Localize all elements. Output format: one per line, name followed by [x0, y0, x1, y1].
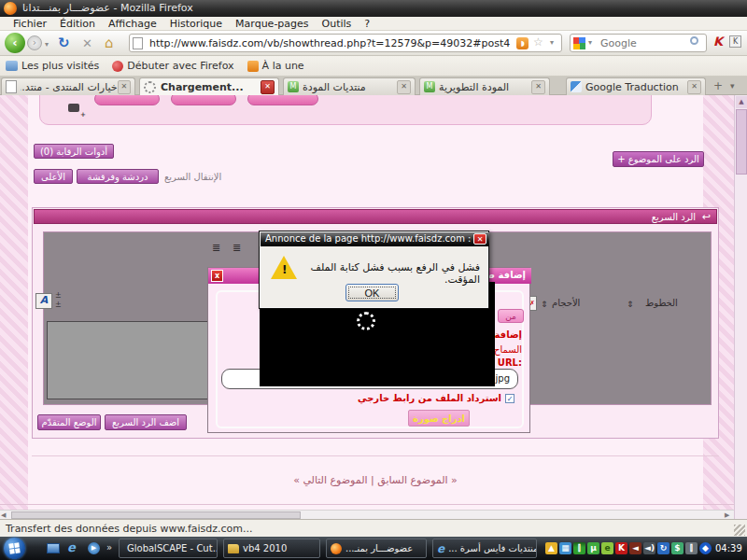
stop-button[interactable]: ✕: [82, 36, 92, 50]
tab-close-icon[interactable]: ✕: [397, 80, 411, 94]
sizes-dropdown[interactable]: الأحجام: [552, 298, 580, 308]
menu-aide[interactable]: ?: [364, 18, 370, 30]
sizes-spinner-icon[interactable]: ⇕: [541, 300, 548, 309]
bookmark-star-icon[interactable]: ☆: [533, 35, 543, 49]
forward-button[interactable]: ›: [27, 35, 42, 50]
tray-kaspersky-icon[interactable]: K: [615, 542, 627, 554]
task-label: vb4 2010: [243, 543, 287, 553]
bookmark-most-visited[interactable]: Les plus visités: [21, 60, 99, 72]
stepper-down-icon[interactable]: ±: [55, 301, 62, 309]
task-vb4-folder[interactable]: vb4 2010: [223, 539, 320, 558]
home-button[interactable]: ⌂: [105, 35, 114, 51]
tray-hamachi-icon[interactable]: ◆: [699, 542, 712, 554]
tray-signal-bars-icon[interactable]: ⫿: [685, 542, 698, 554]
plus-icon: +: [80, 111, 86, 119]
scroll-left-arrow[interactable]: ◀: [1, 511, 6, 519]
fonts-dropdown[interactable]: الخطوط: [645, 298, 678, 308]
stepper-up-icon[interactable]: ±: [55, 291, 62, 300]
bookmark-getting-started[interactable]: Débuter avec Firefox: [127, 60, 233, 72]
task-ie-forums[interactable]: e منتديات فايس أسرة ...: [432, 539, 537, 558]
moderation-tools-button[interactable]: أدوات الرقابة (0): [34, 144, 114, 159]
new-post-bubble-icon[interactable]: [68, 104, 79, 112]
tab-close-icon[interactable]: ✕: [118, 80, 131, 94]
tab-close-icon[interactable]: ✕: [687, 80, 701, 94]
tab-close-icon[interactable]: ✕: [261, 80, 275, 94]
ok-button[interactable]: OK: [345, 284, 399, 301]
tray-network-icon[interactable]: ▦: [559, 542, 571, 554]
tab-forum-options[interactable]: خيارات المنتدى - منتد... ✕: [1, 77, 135, 95]
resize-grip[interactable]: [734, 525, 745, 536]
chat-forum-button[interactable]: دردشة وفرقشة: [77, 169, 159, 184]
hscrollbar-thumb[interactable]: [11, 511, 301, 519]
scroll-up-arrow[interactable]: ▲: [736, 96, 747, 108]
menu-historique[interactable]: Historique: [170, 18, 222, 30]
thread-button[interactable]: [94, 95, 160, 105]
task-globalscape[interactable]: GlobalSCAPE - Cut...: [119, 539, 218, 558]
rss-icon[interactable]: ◗: [516, 37, 529, 49]
menu-edition[interactable]: Édition: [60, 18, 95, 30]
tray-currency-icon[interactable]: $: [671, 542, 684, 554]
new-tab-button[interactable]: +: [713, 79, 723, 92]
tab-loading-active[interactable]: Chargement... ✕: [139, 77, 279, 95]
tab-google-translate[interactable]: Google Traduction ✕: [566, 77, 706, 95]
thread-button[interactable]: [171, 95, 236, 105]
fonts-spinner-icon[interactable]: ⇕: [627, 300, 634, 309]
tab-mawada-forums[interactable]: M منتديات المودة ✕: [283, 77, 416, 95]
horizontal-scrollbar[interactable]: ◀ ▶: [0, 510, 734, 519]
toolbar-addon-icon[interactable]: K: [713, 35, 723, 49]
mawada-favicon: M: [424, 81, 435, 92]
post-quick-reply-button[interactable]: اضف الرد السريع: [105, 414, 187, 430]
internet-explorer-icon[interactable]: e: [67, 540, 76, 554]
font-color-icon[interactable]: A: [35, 293, 52, 309]
quick-launch-chevron[interactable]: »: [106, 542, 112, 553]
tab-label: Chargement...: [161, 81, 244, 93]
advanced-mode-button[interactable]: الوضع المتقدّم: [37, 414, 101, 430]
align-left-icon[interactable]: ≣: [212, 242, 220, 254]
checkbox-label: استرداد الملف من رابط خارجي: [348, 393, 501, 403]
tray-speaker-muted-icon[interactable]: ◄: [629, 542, 641, 554]
reload-button[interactable]: ↻: [58, 35, 70, 51]
thread-button[interactable]: [247, 95, 318, 105]
tray-emule-icon[interactable]: e: [601, 542, 613, 554]
tray-utorrent-icon[interactable]: µ: [587, 542, 599, 554]
toolbar-k-button[interactable]: K: [729, 35, 741, 48]
search-input[interactable]: [599, 36, 684, 50]
upload-spinner-icon: [357, 312, 375, 330]
url-bar[interactable]: ◗ ☆ ▾: [129, 34, 562, 52]
url-dropdown-arrow[interactable]: ▾: [550, 38, 554, 47]
tray-signal-icon[interactable]: ⫿: [573, 542, 585, 554]
back-button[interactable]: ‹: [5, 33, 25, 53]
go-top-button[interactable]: الأعلى: [34, 169, 73, 184]
task-firefox[interactable]: عضوضـــار بمنـ...: [326, 539, 427, 558]
search-magnifier-icon[interactable]: [690, 36, 698, 45]
menu-marque-pages[interactable]: Marque-pages: [235, 18, 308, 30]
menu-outils[interactable]: Outils: [322, 18, 352, 30]
external-link-checkbox[interactable]: ✓: [505, 394, 514, 403]
media-player-icon[interactable]: ▶: [88, 542, 100, 554]
menu-affichage[interactable]: Affichage: [108, 18, 157, 30]
prev-next-links[interactable]: « الموضوع السابق | الموضوع التالي »: [32, 474, 719, 486]
alert-close-icon[interactable]: ✕: [473, 233, 486, 245]
search-engine-arrow[interactable]: ▾: [588, 38, 592, 47]
start-button[interactable]: [4, 538, 25, 559]
tray-sync-icon[interactable]: ↻: [657, 542, 669, 554]
tray-volume-icon[interactable]: ◄): [643, 542, 655, 554]
tab-mawada-dev[interactable]: M المودة التطويرية ✕: [419, 77, 550, 95]
insert-image-button[interactable]: ادراج صورة: [408, 410, 470, 427]
scrollbar-thumb[interactable]: [736, 109, 747, 175]
bookmark-latest-headlines[interactable]: À la une: [262, 60, 304, 72]
history-dropdown-arrow[interactable]: ▾: [45, 40, 49, 49]
menu-fichier[interactable]: Fichier: [13, 18, 47, 30]
align-center-icon[interactable]: ≣: [233, 242, 241, 254]
tab-close-icon[interactable]: ✕: [531, 80, 545, 94]
vertical-scrollbar[interactable]: ▲: [734, 95, 747, 519]
search-bar[interactable]: ▾: [570, 34, 707, 52]
from-computer-tab[interactable]: من: [498, 309, 524, 323]
url-input[interactable]: [148, 36, 512, 50]
reply-to-topic-button[interactable]: + الرد على الموضوع: [613, 151, 704, 167]
popup-close-icon[interactable]: x: [211, 270, 223, 282]
tray-upload-folder-icon[interactable]: ▲: [545, 542, 557, 554]
show-desktop-icon[interactable]: [47, 543, 60, 553]
tab-list-button[interactable]: ▾: [730, 81, 735, 91]
scroll-right-arrow[interactable]: ▶: [725, 511, 729, 519]
